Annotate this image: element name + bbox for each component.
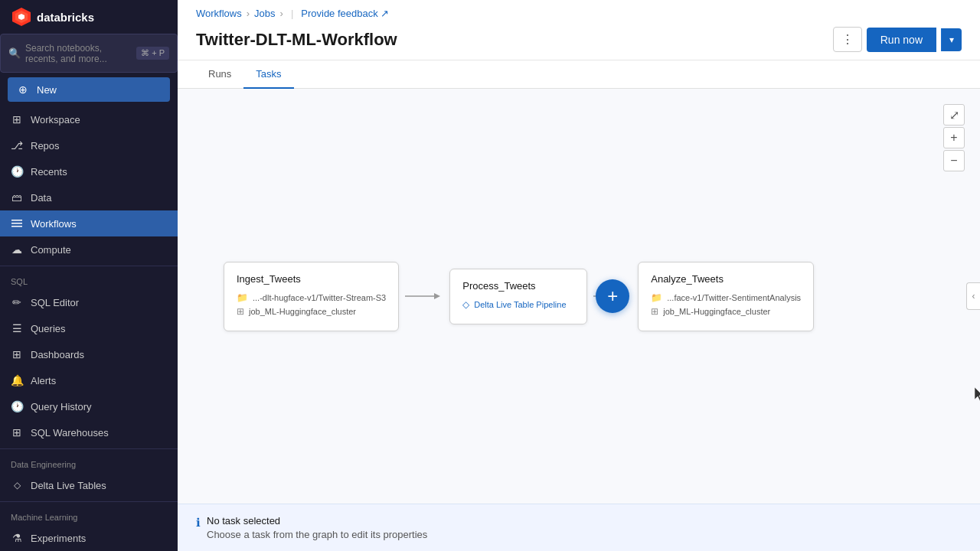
breadcrumb-workflows[interactable]: Workflows — [196, 8, 242, 19]
workflow-canvas-area[interactable]: Ingest_Tweets 📁 ...-dlt-hugface-v1/Twitt… — [178, 89, 980, 504]
sidebar-item-compute[interactable]: ☁ Compute — [0, 236, 178, 262]
sidebar-logo[interactable]: databricks — [11, 6, 94, 28]
info-description: Choose a task from the graph to edit its… — [207, 529, 427, 540]
breadcrumb: Workflows › Jobs › | Provide feedback ↗ — [196, 0, 962, 22]
task-node-title: Analyze_Tweets — [651, 273, 801, 285]
title-actions: ⋮ Run now ▾ — [833, 27, 962, 52]
task-node-process-tweets[interactable]: Process_Tweets ◇ Delta Live Table Pipeli… — [449, 269, 587, 324]
delta-live-tables-icon: ◇ — [11, 479, 23, 491]
zoom-out-button[interactable]: − — [943, 150, 965, 171]
sidebar-workspace-label: Workspace — [31, 114, 80, 126]
sidebar: databricks 🔍 Search notebooks, recents, … — [0, 0, 178, 551]
search-placeholder: Search notebooks, recents, and more... — [25, 43, 132, 64]
collapse-handle[interactable]: ‹ — [966, 282, 980, 310]
breadcrumb-jobs[interactable]: Jobs — [254, 8, 275, 19]
info-title: No task selected — [207, 515, 427, 527]
sidebar-alerts-label: Alerts — [31, 375, 56, 386]
task-node-cluster: ⊞ job_ML-Huggingface_cluster — [651, 306, 801, 317]
task-node-ingest-tweets[interactable]: Ingest_Tweets 📁 ...-dlt-hugface-v1/Twitt… — [224, 262, 399, 331]
sidebar-item-delta-live-tables[interactable]: ◇ Delta Live Tables — [0, 472, 178, 498]
sidebar-item-sql-editor[interactable]: ✏ SQL Editor — [0, 289, 178, 315]
expand-button[interactable]: ⤢ — [943, 104, 965, 126]
search-shortcut: ⌘ + P — [136, 47, 169, 60]
zoom-out-icon: − — [950, 154, 957, 168]
sidebar-query-history-label: Query History — [31, 401, 91, 412]
breadcrumb-sep-2: › — [280, 8, 283, 19]
repos-icon: ⎇ — [11, 139, 23, 152]
query-history-icon: 🕐 — [11, 400, 23, 412]
add-icon: + — [607, 285, 618, 307]
sidebar-item-query-history[interactable]: 🕐 Query History — [0, 393, 178, 419]
sidebar-item-recents[interactable]: 🕐 Recents — [0, 158, 178, 184]
feedback-link[interactable]: Provide feedback ↗ — [301, 8, 389, 19]
sidebar-compute-label: Compute — [31, 244, 71, 256]
run-now-button[interactable]: Run now — [867, 28, 936, 52]
sql-editor-icon: ✏ — [11, 296, 23, 308]
svg-rect-3 — [11, 220, 22, 221]
divider-ml — [0, 501, 178, 502]
sidebar-queries-label: Queries — [31, 323, 66, 334]
sidebar-item-dashboards[interactable]: ⊞ Dashboards — [0, 341, 178, 367]
page-title: Twitter-DLT-ML-Workflow — [196, 30, 397, 50]
workflows-icon — [11, 217, 23, 230]
arrow-1 — [405, 289, 443, 304]
task-node-title: Ingest_Tweets — [237, 273, 386, 285]
folder-icon: 📁 — [651, 292, 662, 303]
sidebar-item-repos[interactable]: ⎇ Repos — [0, 132, 178, 158]
chevron-left-icon: ‹ — [972, 291, 975, 302]
divider-sql — [0, 266, 178, 266]
breadcrumb-sep-1: › — [247, 8, 250, 19]
sidebar-item-workspace[interactable]: ⊞ Workspace — [0, 106, 178, 132]
alerts-icon: 🔔 — [11, 374, 23, 386]
task-node-cluster: ⊞ job_ML-Huggingface_cluster — [237, 306, 386, 317]
sql-section-label: SQL — [0, 269, 178, 289]
sidebar-repos-label: Repos — [31, 140, 60, 152]
zoom-in-button[interactable]: + — [943, 127, 965, 148]
tab-runs[interactable]: Runs — [196, 60, 243, 89]
sidebar-item-new[interactable]: ⊕ New — [8, 77, 170, 102]
pipeline-icon: ◇ — [462, 299, 469, 310]
plus-circle-icon: ⊕ — [17, 83, 29, 96]
info-panel: ℹ No task selected Choose a task from th… — [178, 504, 980, 551]
cluster-icon: ⊞ — [237, 306, 244, 317]
sidebar-delta-live-tables-label: Delta Live Tables — [31, 480, 106, 491]
sidebar-item-sql-warehouses[interactable]: ⊞ SQL Warehouses — [0, 419, 178, 445]
ml-section-label: Machine Learning — [0, 505, 178, 525]
task-node-analyze-tweets[interactable]: Analyze_Tweets 📁 ...face-v1/Twitter-Sent… — [638, 262, 814, 331]
svg-rect-5 — [11, 226, 22, 227]
sidebar-data-label: Data — [31, 192, 51, 204]
sidebar-item-alerts[interactable]: 🔔 Alerts — [0, 367, 178, 393]
zoom-in-icon: + — [950, 131, 957, 145]
info-icon: ℹ — [196, 516, 201, 530]
sidebar-workflows-label: Workflows — [31, 218, 77, 230]
zoom-controls: ⤢ + − — [943, 104, 965, 171]
divider-data-engineering — [0, 448, 178, 449]
experiments-icon: ⚗ — [11, 532, 23, 544]
more-options-button[interactable]: ⋮ — [833, 27, 862, 52]
title-row: Twitter-DLT-ML-Workflow ⋮ Run now ▾ — [196, 22, 962, 60]
sidebar-sql-warehouses-label: SQL Warehouses — [31, 427, 109, 439]
sql-warehouses-icon: ⊞ — [11, 426, 23, 439]
sidebar-recents-label: Recents — [31, 166, 67, 178]
sidebar-item-experiments[interactable]: ⚗ Experiments — [0, 525, 178, 551]
task-node-title: Process_Tweets — [462, 280, 574, 292]
svg-rect-4 — [11, 223, 22, 224]
sidebar-dashboards-label: Dashboards — [31, 349, 84, 360]
run-dropdown-button[interactable]: ▾ — [941, 28, 962, 51]
main-content: Workflows › Jobs › | Provide feedback ↗ … — [178, 0, 980, 551]
workspace-icon: ⊞ — [11, 113, 23, 126]
task-node-path: 📁 ...face-v1/Twitter-SentimentAnalysis — [651, 292, 801, 303]
page-header: Workflows › Jobs › | Provide feedback ↗ … — [178, 0, 980, 60]
search-icon: 🔍 — [8, 47, 21, 59]
sidebar-item-queries[interactable]: ☰ Queries — [0, 315, 178, 341]
search-bar[interactable]: 🔍 Search notebooks, recents, and more...… — [0, 34, 178, 73]
sidebar-item-workflows[interactable]: Workflows — [0, 210, 178, 236]
info-content: No task selected Choose a task from the … — [207, 515, 427, 540]
svg-marker-7 — [434, 293, 440, 299]
expand-icon: ⤢ — [949, 108, 959, 122]
recents-icon: 🕐 — [11, 165, 23, 178]
sidebar-item-data[interactable]: 🗃 Data — [0, 184, 178, 210]
tab-tasks[interactable]: Tasks — [243, 60, 293, 89]
add-task-button[interactable]: + — [596, 279, 629, 313]
folder-icon: 📁 — [237, 292, 248, 303]
